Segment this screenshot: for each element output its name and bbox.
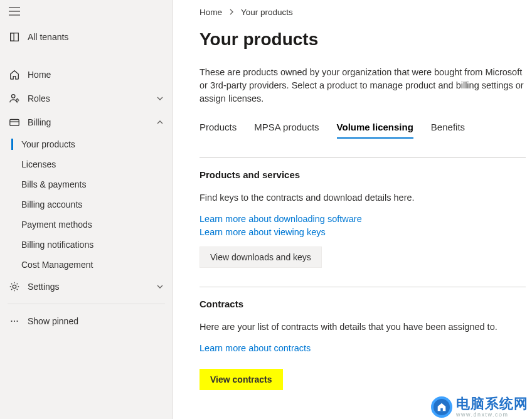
nav-label: Show pinned (28, 316, 165, 326)
section-divider (200, 157, 526, 158)
nav-label: Roles (28, 93, 155, 103)
tenants-icon (8, 31, 21, 43)
nav-sub-label: Billing accounts (21, 199, 82, 210)
view-downloads-keys-button[interactable]: View downloads and keys (200, 247, 322, 268)
chevron-down-icon (155, 95, 165, 102)
breadcrumb: Home Your products (200, 8, 526, 17)
hamburger-menu-button[interactable] (0, 0, 29, 23)
nav-label: All tenants (28, 32, 165, 42)
tabs: Products MPSA products Volume licensing … (200, 122, 526, 139)
nav-label: Billing (28, 117, 155, 127)
svg-rect-4 (10, 120, 19, 126)
tab-products[interactable]: Products (200, 122, 237, 139)
nav-divider (8, 304, 165, 304)
sidebar: All tenants Home Roles (0, 0, 173, 419)
tab-mpsa-products[interactable]: MPSA products (254, 122, 319, 139)
section-heading-contracts: Contracts (200, 299, 526, 309)
nav-sub-label: Billing notifications (21, 240, 93, 250)
nav-sub-label: Licenses (21, 159, 56, 169)
link-learn-contracts[interactable]: Learn more about contracts (200, 342, 526, 355)
svg-rect-0 (11, 33, 19, 41)
billing-icon (8, 117, 21, 128)
nav-billing-licenses[interactable]: Licenses (0, 154, 173, 174)
svg-point-3 (16, 99, 19, 102)
svg-point-7 (14, 321, 15, 322)
gear-icon (8, 281, 21, 292)
nav-billing-your-products[interactable]: Your products (0, 134, 173, 154)
view-contracts-button[interactable]: View contracts (200, 369, 283, 390)
chevron-down-icon (155, 283, 165, 290)
nav-home[interactable]: Home (0, 63, 173, 87)
nav-all-tenants[interactable]: All tenants (0, 25, 173, 49)
nav-show-pinned[interactable]: Show pinned (0, 309, 173, 333)
home-icon (8, 69, 21, 80)
nav-label: Home (28, 70, 165, 80)
svg-point-5 (13, 285, 16, 288)
nav-settings[interactable]: Settings (0, 275, 173, 299)
chevron-up-icon (155, 119, 165, 126)
svg-rect-1 (11, 33, 14, 41)
section-body: Here are your list of contracts with det… (200, 322, 526, 332)
page-intro: These are products owned by your organiz… (200, 66, 526, 105)
nav-billing-billing-notifications[interactable]: Billing notifications (0, 235, 173, 255)
nav-billing-billing-accounts[interactable]: Billing accounts (0, 194, 173, 215)
tab-volume-licensing[interactable]: Volume licensing (337, 122, 413, 139)
roles-icon (8, 93, 21, 104)
nav-sub-label: Cost Management (21, 260, 93, 270)
main-content: Home Your products Your products These a… (173, 0, 532, 419)
hamburger-icon (9, 7, 20, 16)
nav-roles[interactable]: Roles (0, 87, 173, 110)
nav-label: Settings (28, 282, 155, 292)
breadcrumb-home[interactable]: Home (200, 8, 222, 17)
link-learn-downloading[interactable]: Learn more about downloading software (200, 213, 526, 226)
nav-billing-payment-methods[interactable]: Payment methods (0, 215, 173, 235)
tab-benefits[interactable]: Benefits (431, 122, 465, 139)
nav-billing-bills-payments[interactable]: Bills & payments (0, 174, 173, 194)
link-learn-viewing-keys[interactable]: Learn more about viewing keys (200, 226, 526, 239)
nav-sub-label: Your products (21, 139, 75, 149)
more-icon (8, 316, 21, 327)
svg-point-2 (12, 95, 15, 98)
nav-sub-label: Payment methods (21, 220, 92, 230)
section-heading-products-services: Products and services (200, 169, 526, 180)
svg-point-6 (11, 321, 12, 322)
breadcrumb-current: Your products (241, 8, 293, 17)
section-divider (200, 287, 526, 287)
page-title: Your products (200, 29, 526, 50)
nav-sub-label: Bills & payments (21, 179, 86, 189)
section-body: Find keys to the contracts and download … (200, 193, 526, 203)
svg-point-8 (16, 321, 18, 322)
nav-billing-cost-management[interactable]: Cost Management (0, 255, 173, 275)
nav-billing[interactable]: Billing (0, 110, 173, 134)
chevron-right-icon (228, 8, 235, 17)
